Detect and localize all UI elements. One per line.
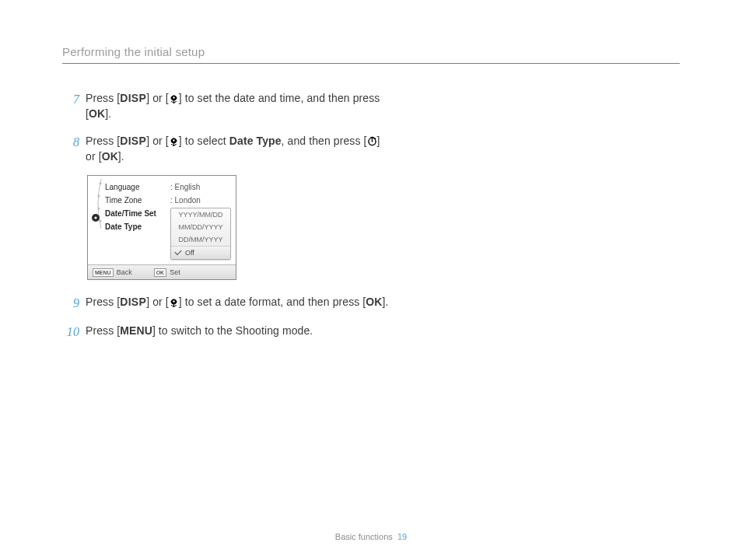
date-type-label: Date Type — [229, 135, 282, 147]
page-footer: Basic functions 19 — [0, 532, 742, 541]
option-yyyymmdd[interactable]: YYYY/MM/DD — [171, 208, 230, 221]
step-body: Press [DISP] or [] to set the date and t… — [86, 90, 389, 122]
menu-tag: MENU — [93, 268, 114, 277]
svg-point-9 — [173, 300, 174, 302]
macro-icon — [169, 137, 179, 146]
value-timezone: : London — [170, 194, 231, 207]
section-title: Performing the initial setup — [62, 45, 205, 58]
back-label[interactable]: Back — [117, 268, 132, 276]
ok-button-label: OK — [366, 296, 382, 308]
step-list: 7 Press [DISP] or [] to set the date and… — [62, 90, 680, 341]
date-type-dropdown[interactable]: YYYY/MM/DD MM/DD/YYYY DD/MM/YYYY Off — [170, 208, 231, 260]
ok-tag: OK — [154, 268, 167, 277]
step-body: Press [DISP] or [] to select Date Type, … — [86, 133, 389, 165]
step-number: 9 — [62, 294, 82, 312]
step-body: Press [DISP] or [] to set a date format,… — [86, 294, 389, 312]
svg-point-0 — [173, 96, 174, 98]
step-8: 8 Press [DISP] or [] to select Date Type… — [62, 133, 389, 165]
option-off[interactable]: Off — [171, 246, 230, 259]
step-7: 7 Press [DISP] or [] to set the date and… — [62, 90, 389, 122]
step-body: Press [MENU] to switch to the Shooting m… — [86, 323, 389, 341]
disp-button-label: DISP — [120, 92, 146, 104]
menu-item-language[interactable]: Language — [105, 180, 170, 194]
ok-button-label: OK — [89, 107, 105, 120]
menu-button-label: MENU — [120, 324, 152, 337]
settings-panel: Language Time Zone Date/Time Set Date Ty… — [87, 175, 236, 280]
value-language: : English — [170, 180, 231, 194]
set-label[interactable]: Set — [170, 268, 180, 276]
timer-icon — [367, 136, 377, 146]
svg-point-1 — [173, 139, 174, 141]
option-ddmmyyyy[interactable]: DD/MM/YYYY — [171, 233, 230, 246]
macro-icon — [169, 298, 179, 307]
step-number: 10 — [62, 323, 82, 341]
panel-footer: MENU Back OK Set — [88, 264, 236, 279]
disp-button-label: DISP — [120, 296, 146, 308]
step-number: 8 — [62, 133, 82, 165]
macro-icon — [169, 94, 179, 103]
step-number: 7 — [62, 90, 82, 122]
step-9: 9 Press [DISP] or [] to set a date forma… — [62, 294, 389, 312]
step-10: 10 Press [MENU] to switch to the Shootin… — [62, 323, 389, 341]
disp-button-label: DISP — [120, 135, 146, 147]
ok-button-label: OK — [102, 150, 118, 163]
option-mmddyyyy[interactable]: MM/DD/YYYY — [171, 221, 230, 233]
menu-item-datetype[interactable]: Date Type — [105, 220, 170, 233]
menu-item-timezone[interactable]: Time Zone — [105, 194, 170, 207]
menu-item-datetime[interactable]: Date/Time Set — [105, 207, 170, 220]
page-number: 19 — [397, 532, 407, 541]
